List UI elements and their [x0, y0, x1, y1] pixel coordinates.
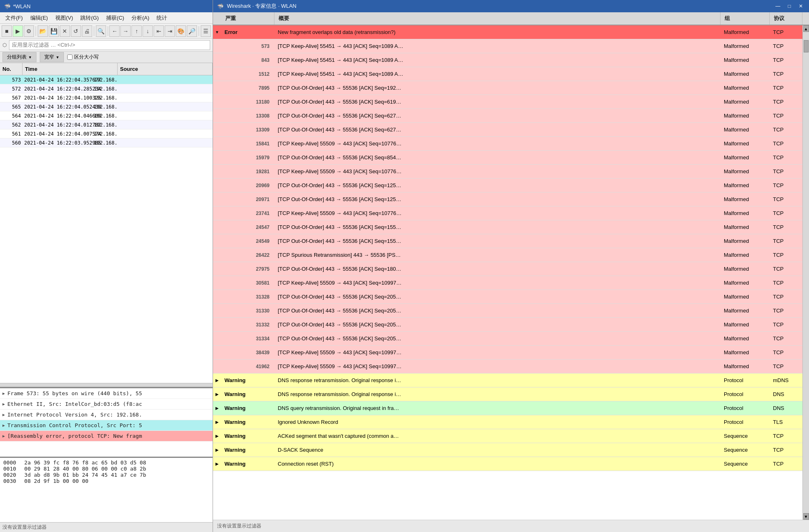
list-item[interactable]: ▶ Warning Ignored Unknown Record Protoco…: [213, 415, 802, 429]
color-button[interactable]: 🎨: [176, 25, 186, 37]
expand-arrow-icon[interactable]: ▶: [213, 462, 221, 466]
close-button-right[interactable]: ✕: [797, 2, 805, 10]
list-item[interactable]: 15841 [TCP Keep-Alive] 55509 → 443 [ACK]…: [213, 137, 802, 151]
menu-file[interactable]: 文件(F): [2, 13, 26, 23]
table-row[interactable]: 565 2021-04-24 16:22:04.052439 192.168.: [0, 102, 213, 111]
list-item[interactable]: 19281 [TCP Keep-Alive] 55509 → 443 [ACK]…: [213, 165, 802, 179]
vertical-scrollbar[interactable]: ▲ ▼: [802, 25, 809, 520]
save-button[interactable]: 💾: [49, 25, 59, 37]
list-item[interactable]: 23741 [TCP Keep-Alive] 55509 → 443 [ACK]…: [213, 206, 802, 220]
back-button[interactable]: ←: [109, 25, 120, 37]
list-item[interactable]: 31332 [TCP Out-Of-Order] 443 → 55536 [AC…: [213, 318, 802, 332]
list-item[interactable]: 38439 [TCP Keep-Alive] 55509 → 443 [ACK]…: [213, 346, 802, 360]
reload-button[interactable]: ↺: [71, 25, 81, 37]
next-button[interactable]: ↓: [143, 25, 153, 37]
table-row[interactable]: 562 2021-04-24 16:22:04.012782 192.168.: [0, 120, 213, 129]
last-button[interactable]: ⇥: [165, 25, 175, 37]
table-row[interactable]: 567 2021-04-24 16:22:04.100325 192.168.: [0, 93, 213, 102]
detail-row-ip[interactable]: ▶ Internet Protocol Version 4, Src: 192.…: [0, 410, 213, 420]
scroll-up-button[interactable]: ▲: [803, 25, 809, 32]
expand-arrow-icon[interactable]: ▶: [213, 448, 221, 452]
list-item[interactable]: 31330 [TCP Out-Of-Order] 443 → 55536 [AC…: [213, 304, 802, 318]
list-item[interactable]: 24549 [TCP Out-Of-Order] 443 → 55536 [AC…: [213, 234, 802, 248]
case-sensitive-checkbox[interactable]: [67, 54, 73, 60]
search-button[interactable]: 🔍: [96, 25, 106, 37]
list-item[interactable]: 31334 [TCP Out-Of-Order] 443 → 55536 [AC…: [213, 332, 802, 346]
list-item[interactable]: 13308 [TCP Out-Of-Order] 443 → 55536 [AC…: [213, 109, 802, 123]
list-item[interactable]: 15979 [TCP Out-Of-Order] 443 → 55536 [AC…: [213, 151, 802, 165]
expand-arrow-icon[interactable]: ▼: [213, 30, 221, 34]
list-item[interactable]: 41962 [TCP Keep-Alive] 55509 → 443 [ACK]…: [213, 360, 802, 374]
list-item[interactable]: 27975 [TCP Out-Of-Order] 443 → 55536 [AC…: [213, 262, 802, 276]
print-button[interactable]: 🖨: [82, 25, 92, 37]
list-item[interactable]: 843 [TCP Keep-Alive] 55451 → 443 [ACK] S…: [213, 53, 802, 67]
list-item[interactable]: 13180 [TCP Out-Of-Order] 443 → 55536 [AC…: [213, 95, 802, 109]
h-scrollbar[interactable]: [0, 383, 213, 387]
minimize-button[interactable]: —: [774, 2, 782, 10]
detail-row-ethernet[interactable]: ▶ Ethernet II, Src: IntelCor_bd:03:d5 (f…: [0, 399, 213, 410]
scroll-thumb[interactable]: [804, 40, 809, 52]
list-item[interactable]: ▶ Warning ACKed segment that wasn't capt…: [213, 429, 802, 443]
expand-arrow-icon[interactable]: ▶: [213, 420, 221, 424]
list-item[interactable]: ▶ Warning DNS response retransmission. O…: [213, 374, 802, 387]
list-item[interactable]: ▶ Warning Connection reset (RST) Sequenc…: [213, 457, 802, 471]
detail-row-tcp[interactable]: ▶ Transmission Control Protocol, Src Por…: [0, 420, 213, 431]
scroll-down-button[interactable]: ▼: [803, 513, 809, 520]
list-item[interactable]: 26422 [TCP Spurious Retransmission] 443 …: [213, 248, 802, 262]
list-item[interactable]: 20969 [TCP Out-Of-Order] 443 → 55536 [AC…: [213, 179, 802, 192]
col-time[interactable]: Time: [23, 63, 118, 75]
menu-edit[interactable]: 编辑(E): [27, 13, 51, 23]
menu-button[interactable]: ☰: [201, 25, 211, 37]
col-no[interactable]: No.: [0, 63, 23, 75]
table-row[interactable]: 572 2021-04-24 16:22:04.285234 192.168.: [0, 84, 213, 93]
list-item[interactable]: 7895 [TCP Out-Of-Order] 443 → 55536 [ACK…: [213, 81, 802, 95]
table-row[interactable]: 560 2021-04-24 16:22:03.952985 192.168.: [0, 138, 213, 147]
list-item[interactable]: 24547 [TCP Out-Of-Order] 443 → 55536 [AC…: [213, 220, 802, 234]
list-item[interactable]: ▶ Warning DNS query retransmission. Orig…: [213, 401, 802, 415]
table-row[interactable]: 573 2021-04-24 16:22:04.357677 192.168.: [0, 75, 213, 84]
expand-arrow-icon[interactable]: ▶: [213, 406, 221, 410]
col-severity[interactable]: 严重: [221, 12, 274, 25]
maximize-button[interactable]: □: [785, 2, 793, 10]
first-button[interactable]: ⇤: [154, 25, 164, 37]
zoom-button[interactable]: 🔎: [187, 25, 197, 37]
list-item[interactable]: ▼ Error New fragment overlaps old data (…: [213, 25, 802, 39]
menu-goto[interactable]: 跳转(G): [77, 13, 102, 23]
list-item[interactable]: 13309 [TCP Out-Of-Order] 443 → 55536 [AC…: [213, 123, 802, 137]
stop-button[interactable]: ■: [2, 25, 12, 37]
table-row[interactable]: 561 2021-04-24 16:22:04.007574 192.168.: [0, 129, 213, 138]
list-item[interactable]: 573 [TCP Keep-Alive] 55451 → 443 [ACK] S…: [213, 39, 802, 53]
menu-analyze[interactable]: 分析(A): [128, 13, 152, 23]
detail-row-frame[interactable]: ▶ Frame 573: 55 bytes on wire (440 bits)…: [0, 388, 213, 399]
group-text: Malformed: [721, 363, 770, 369]
forward-button[interactable]: →: [120, 25, 131, 37]
expand-arrow-icon[interactable]: ▶: [213, 392, 221, 396]
menu-view[interactable]: 视图(V): [52, 13, 76, 23]
settings-button[interactable]: ⚙: [24, 25, 34, 37]
detail-row-error[interactable]: ▶ [Reassembly error, protocol TCP: New f…: [0, 431, 213, 441]
prev-button[interactable]: ↑: [131, 25, 142, 37]
proto-text: mDNS: [770, 377, 802, 383]
list-item[interactable]: ▶ Warning D-SACK Sequence Sequence TCP: [213, 443, 802, 457]
col-summary[interactable]: 概要: [274, 12, 721, 25]
close-button[interactable]: ✕: [60, 25, 70, 37]
col-group[interactable]: 组: [721, 12, 770, 25]
open-button[interactable]: 📂: [38, 25, 48, 37]
start-button[interactable]: ▶: [13, 25, 23, 37]
packet-list-btn[interactable]: 分组列表 ▼: [2, 52, 36, 62]
case-sensitive-label[interactable]: 区分大小写: [67, 54, 99, 61]
list-item[interactable]: 20971 [TCP Out-Of-Order] 443 → 55536 [AC…: [213, 192, 802, 206]
filter-input[interactable]: [9, 40, 210, 50]
col-source[interactable]: Source: [118, 63, 213, 75]
list-item[interactable]: 1512 [TCP Keep-Alive] 55451 → 443 [ACK] …: [213, 67, 802, 81]
width-btn[interactable]: 宽窄 ▼: [40, 52, 64, 62]
table-row[interactable]: 564 2021-04-24 16:22:04.046609 192.168.: [0, 111, 213, 120]
menu-capture[interactable]: 捕获(C): [103, 13, 127, 23]
list-item[interactable]: 30581 [TCP Keep-Alive] 55509 → 443 [ACK]…: [213, 276, 802, 290]
list-item[interactable]: 31328 [TCP Out-Of-Order] 443 → 55536 [AC…: [213, 290, 802, 304]
list-item[interactable]: ▶ Warning DNS response retransmission. O…: [213, 387, 802, 401]
col-proto[interactable]: 协议: [770, 12, 802, 25]
menu-statistics[interactable]: 统计: [153, 13, 170, 23]
expand-arrow-icon[interactable]: ▶: [213, 434, 221, 438]
expand-arrow-icon[interactable]: ▶: [213, 378, 221, 383]
